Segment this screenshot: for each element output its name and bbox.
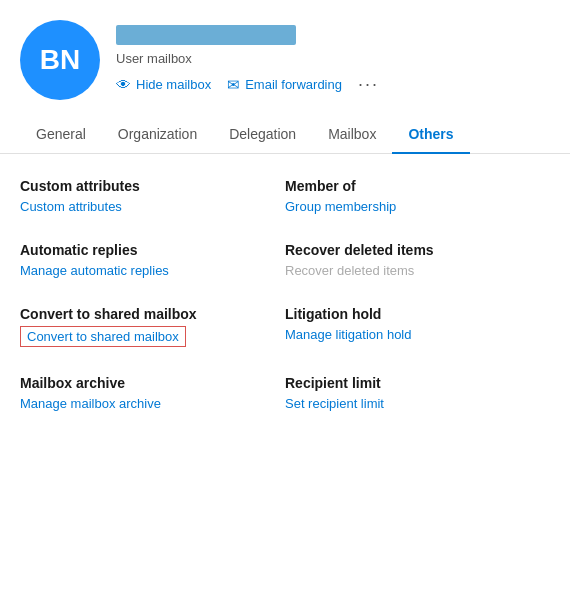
tab-mailbox[interactable]: Mailbox: [312, 116, 392, 154]
header: BN User mailbox 👁 Hide mailbox ✉ Email f…: [0, 0, 570, 116]
header-mailbox-type: User mailbox: [116, 51, 550, 66]
group-membership-link[interactable]: Group membership: [285, 199, 396, 214]
recover-deleted-label: Recover deleted items: [285, 242, 550, 258]
hide-icon: 👁: [116, 76, 131, 93]
header-actions: 👁 Hide mailbox ✉ Email forwarding ···: [116, 74, 550, 95]
manage-litigation-hold-link[interactable]: Manage litigation hold: [285, 327, 411, 342]
tab-others[interactable]: Others: [392, 116, 469, 154]
custom-attributes-label: Custom attributes: [20, 178, 265, 194]
convert-shared-link[interactable]: Convert to shared mailbox: [20, 326, 186, 347]
section-convert-shared: Convert to shared mailbox Convert to sha…: [20, 306, 285, 375]
tab-organization[interactable]: Organization: [102, 116, 213, 154]
mailbox-archive-label: Mailbox archive: [20, 375, 265, 391]
custom-attributes-link[interactable]: Custom attributes: [20, 199, 122, 214]
section-mailbox-archive: Mailbox archive Manage mailbox archive: [20, 375, 285, 439]
section-automatic-replies: Automatic replies Manage automatic repli…: [20, 242, 285, 306]
litigation-hold-label: Litigation hold: [285, 306, 550, 322]
section-custom-attributes: Custom attributes Custom attributes: [20, 178, 285, 242]
header-info: User mailbox 👁 Hide mailbox ✉ Email forw…: [116, 25, 550, 95]
automatic-replies-label: Automatic replies: [20, 242, 265, 258]
convert-shared-label: Convert to shared mailbox: [20, 306, 265, 322]
email-forwarding-button[interactable]: ✉ Email forwarding: [227, 76, 342, 94]
section-recover-deleted: Recover deleted items Recover deleted it…: [285, 242, 550, 306]
tab-general[interactable]: General: [20, 116, 102, 154]
avatar: BN: [20, 20, 100, 100]
header-name-bar: [116, 25, 296, 45]
section-recipient-limit: Recipient limit Set recipient limit: [285, 375, 550, 439]
content-grid: Custom attributes Custom attributes Memb…: [0, 154, 570, 463]
member-of-label: Member of: [285, 178, 550, 194]
forward-icon: ✉: [227, 76, 240, 94]
recover-deleted-link: Recover deleted items: [285, 263, 414, 278]
recipient-limit-label: Recipient limit: [285, 375, 550, 391]
manage-automatic-replies-link[interactable]: Manage automatic replies: [20, 263, 169, 278]
section-litigation-hold: Litigation hold Manage litigation hold: [285, 306, 550, 375]
section-member-of: Member of Group membership: [285, 178, 550, 242]
hide-mailbox-button[interactable]: 👁 Hide mailbox: [116, 76, 211, 93]
set-recipient-limit-link[interactable]: Set recipient limit: [285, 396, 384, 411]
manage-mailbox-archive-link[interactable]: Manage mailbox archive: [20, 396, 161, 411]
more-options-button[interactable]: ···: [358, 74, 379, 95]
tab-delegation[interactable]: Delegation: [213, 116, 312, 154]
tabs-bar: General Organization Delegation Mailbox …: [0, 116, 570, 154]
